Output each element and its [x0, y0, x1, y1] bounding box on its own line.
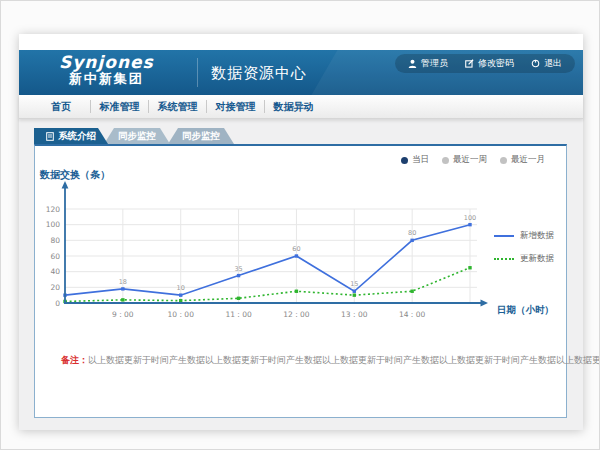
legend-updated-data-label: 更新数据 [520, 253, 554, 265]
content-area: 系统介绍 同步监控 同步监控 当日 最近一周 最近一月 [19, 119, 583, 430]
svg-text:0: 0 [55, 299, 60, 308]
line-chart: 0204060801001201810356015801009 : 0010 :… [35, 180, 566, 330]
svg-text:80: 80 [408, 229, 416, 237]
svg-text:10 : 00: 10 : 00 [168, 310, 195, 319]
nav-item-data-changes[interactable]: 数据异动 [264, 100, 322, 113]
svg-text:14 : 00: 14 : 00 [399, 310, 426, 319]
legend-item-new-data[interactable]: 新增数据 [494, 230, 554, 242]
svg-text:120: 120 [46, 205, 61, 214]
radio-selected-icon[interactable] [401, 157, 408, 164]
user-icon [408, 59, 417, 68]
page-title: 数据资源中心 [211, 64, 307, 83]
svg-text:20: 20 [50, 283, 60, 292]
nav-item-standards[interactable]: 标准管理 [90, 100, 148, 113]
footnote-label: 备注： [61, 355, 88, 365]
svg-text:35: 35 [234, 265, 242, 273]
change-password-button[interactable]: 修改密码 [465, 57, 514, 70]
radio-unselected-icon[interactable] [500, 157, 507, 164]
main-nav: 首页 标准管理 系统管理 对接管理 数据异动 [19, 95, 583, 119]
tab-sync-monitor-1[interactable]: 同步监控 [104, 128, 170, 144]
user-toolbar: 管理员 修改密码 退出 [395, 54, 575, 73]
legend-new-data-label: 新增数据 [520, 230, 554, 242]
header-divider [197, 58, 198, 87]
svg-text:11 : 00: 11 : 00 [225, 310, 252, 319]
range-today-label: 当日 [412, 154, 429, 166]
svg-text:13 : 00: 13 : 00 [341, 310, 368, 319]
nav-item-integration[interactable]: 对接管理 [206, 100, 264, 113]
svg-text:9 : 00: 9 : 00 [112, 310, 134, 319]
logout-label: 退出 [544, 57, 562, 70]
svg-text:10: 10 [177, 284, 185, 292]
app-header: Synjones 新中新集团 数据资源中心 管理员 修改密码 退出 [19, 50, 583, 95]
svg-text:60: 60 [292, 245, 300, 253]
tab-sync-monitor-2[interactable]: 同步监控 [168, 128, 234, 144]
logout-button[interactable]: 退出 [531, 57, 562, 70]
tab-system-intro[interactable]: 系统介绍 [34, 128, 108, 144]
range-option-last-week[interactable]: 最近一周 [442, 154, 487, 166]
svg-text:12 : 00: 12 : 00 [283, 310, 310, 319]
change-password-label: 修改密码 [478, 57, 514, 70]
document-icon [46, 132, 54, 141]
screenshot-frame: Synjones 新中新集团 数据资源中心 管理员 修改密码 退出 [0, 0, 600, 450]
x-axis-title: 日期（小时） [497, 304, 554, 317]
brand-logo: Synjones 新中新集团 [59, 54, 154, 85]
app-window: Synjones 新中新集团 数据资源中心 管理员 修改密码 退出 [19, 34, 583, 430]
logo-company-name: 新中新集团 [59, 72, 154, 86]
svg-text:100: 100 [464, 214, 476, 222]
range-last-month-label: 最近一月 [511, 154, 545, 166]
legend-item-updated-data[interactable]: 更新数据 [494, 253, 554, 265]
dotted-line-swatch-icon [494, 258, 514, 260]
nav-item-home[interactable]: 首页 [32, 100, 90, 113]
range-last-week-label: 最近一周 [453, 154, 487, 166]
solid-line-swatch-icon [494, 235, 514, 237]
svg-text:60: 60 [50, 252, 60, 261]
footnote: 备注：以上数据更新于时间产生数据以上数据更新于时间产生数据以上数据更新于时间产生… [61, 354, 600, 367]
svg-text:15: 15 [350, 280, 358, 288]
power-icon [531, 59, 540, 68]
admin-user-label: 管理员 [421, 57, 448, 70]
svg-text:80: 80 [50, 236, 60, 245]
admin-user-button[interactable]: 管理员 [408, 57, 448, 70]
edit-icon [465, 59, 474, 68]
radio-unselected-icon[interactable] [442, 157, 449, 164]
chart-legend: 新增数据 更新数据 [494, 230, 554, 276]
range-option-today[interactable]: 当日 [401, 154, 429, 166]
range-option-last-month[interactable]: 最近一月 [500, 154, 545, 166]
svg-text:100: 100 [46, 220, 61, 229]
logo-wordmark: Synjones [59, 54, 154, 72]
footnote-text: 以上数据更新于时间产生数据以上数据更新于时间产生数据以上数据更新于时间产生数据以… [88, 355, 600, 365]
chart-panel: 当日 最近一周 最近一月 数据交换（条） 0204060801001201810… [34, 144, 567, 418]
nav-item-system[interactable]: 系统管理 [148, 100, 206, 113]
svg-text:40: 40 [50, 267, 60, 276]
svg-text:18: 18 [119, 278, 127, 286]
time-range-selector: 当日 最近一周 最近一月 [401, 154, 545, 166]
tab-system-intro-label: 系统介绍 [58, 128, 96, 144]
